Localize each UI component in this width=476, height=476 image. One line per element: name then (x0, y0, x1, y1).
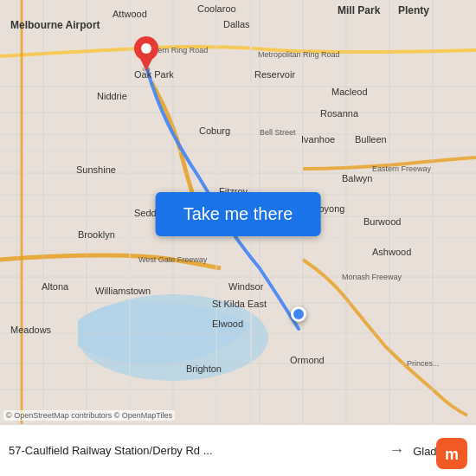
origin-station: 57-Caulfield Railway Station/Derby Rd ..… (9, 444, 251, 457)
take-me-there-button[interactable]: Take me there (156, 192, 321, 236)
footer-origin-section: 57-Caulfield Railway Station/Derby Rd ..… (9, 444, 380, 457)
map-container: PlentyMill ParkCoolarooDallasMelbourne A… (0, 0, 476, 424)
moovit-logo: m (436, 438, 467, 469)
origin-marker (291, 306, 306, 322)
destination-marker (134, 36, 158, 68)
svg-point-31 (141, 43, 151, 54)
footer-bar: 57-Caulfield Railway Station/Derby Rd ..… (0, 424, 476, 476)
footer-arrow: → (380, 441, 413, 460)
moovit-icon: m (436, 438, 467, 469)
svg-marker-30 (139, 57, 153, 71)
svg-text:m: m (445, 446, 459, 463)
map-attribution: © OpenStreetMap contributors © OpenMapTi… (3, 410, 175, 421)
